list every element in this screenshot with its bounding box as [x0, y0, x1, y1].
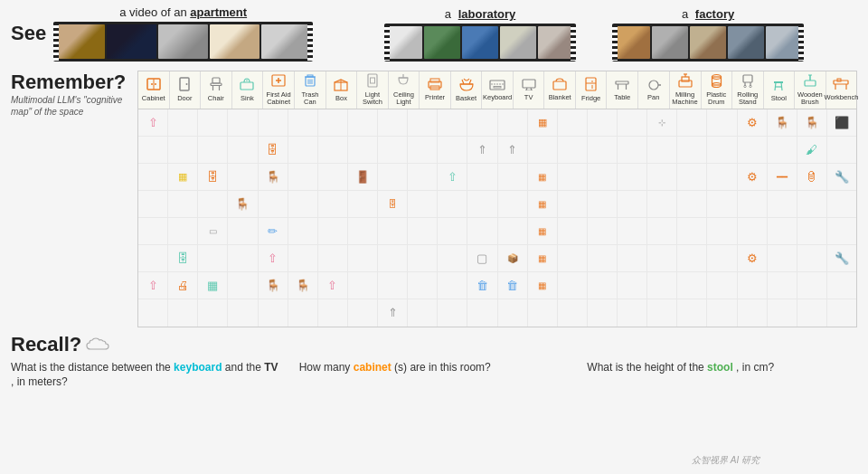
cat-milling: Milling Machine: [670, 71, 702, 109]
cell-3-21: ⚙: [738, 164, 768, 190]
apartment-thumb-2: [107, 24, 156, 59]
factory-thumb-1: [614, 26, 650, 59]
see-group: See a video of an apartment: [11, 5, 313, 62]
printer-label: Printer: [425, 94, 445, 101]
grid-row-4: 🪑 🗄 ▦: [138, 191, 856, 218]
cell-7-22: [768, 272, 797, 299]
grid-row-3: ▦ 🗄 🪑 🚪 ⇧ ▦: [138, 164, 856, 191]
see-label: See: [11, 22, 46, 45]
cell-6-20: [707, 245, 737, 271]
cell-2-15: [558, 137, 588, 163]
cat-chair: Chair: [201, 71, 232, 109]
cell-7-19: [677, 272, 707, 299]
cell-6-18: [647, 245, 677, 271]
cell-2-17: [618, 137, 647, 163]
cat-sink: Sink: [232, 71, 264, 109]
svg-rect-47: [616, 81, 628, 84]
recall-cloud-icon: [85, 337, 110, 353]
cell-8-10: [408, 299, 438, 327]
cell-3-17: [618, 164, 647, 190]
cell-2-21: [738, 137, 768, 163]
cell-5-7: [318, 218, 348, 244]
cell-1-14: ▦: [528, 109, 558, 136]
cell-4-13: [498, 191, 528, 217]
cat-lightswitch: Light Switch: [357, 71, 389, 109]
cell-2-24: [827, 137, 856, 163]
cell-5-2: [168, 218, 198, 244]
sink-label: Sink: [241, 95, 254, 102]
recall-q2: How many cabinet (s) are in this room?: [299, 360, 570, 391]
cell-7-8: [348, 272, 378, 299]
cell-7-6: 🪑: [288, 272, 318, 299]
cell-4-10: [408, 191, 438, 217]
remember-section: Remember? Multimodal LLM's "cognitive ma…: [0, 69, 868, 327]
cell-4-12: [467, 191, 497, 217]
chair-label: Chair: [208, 95, 224, 102]
cell-1-7: [318, 109, 348, 136]
cell-7-21: [738, 272, 768, 299]
rollingstand-label: Rolling Stand: [735, 91, 760, 107]
svg-rect-38: [523, 80, 535, 88]
cell-4-19: [677, 191, 707, 217]
remember-left: Remember? Multimodal LLM's "cognitive ma…: [11, 71, 137, 118]
svg-point-50: [649, 81, 658, 90]
lightswitch-label: Light Switch: [360, 91, 385, 107]
cell-3-8: 🚪: [348, 164, 378, 190]
cell-8-3: [198, 299, 228, 327]
cell-3-14: ▦: [528, 164, 558, 190]
cell-6-19: [677, 245, 707, 271]
svg-point-2: [151, 83, 153, 85]
cell-5-12: [467, 218, 497, 244]
cat-ceilinglight: Ceiling Light: [389, 71, 420, 109]
cell-6-2: 🗄: [168, 245, 198, 271]
cell-5-13: [498, 218, 528, 244]
svg-rect-42: [553, 81, 566, 90]
cell-2-19: [677, 137, 707, 163]
cell-6-11: [438, 245, 467, 271]
grid-row-6: 🗄 ⇧ ▢ 📦 ▦: [138, 245, 856, 272]
cell-8-9: ⇑: [378, 299, 408, 327]
cell-1-15: [558, 109, 588, 136]
cell-1-16: [588, 109, 618, 136]
cell-3-10: [408, 164, 438, 190]
cell-3-23: 🛢: [797, 164, 827, 190]
lab-thumb-2: [424, 26, 460, 59]
cell-3-4: [228, 164, 258, 190]
cell-5-9: [378, 218, 408, 244]
factory-thumb-3: [690, 26, 726, 59]
cell-5-15: [558, 218, 588, 244]
cell-5-4: [228, 218, 258, 244]
lightswitch-icon: [367, 73, 378, 90]
cabinet-label: Cabinet: [142, 95, 165, 102]
cell-4-4: 🪑: [228, 191, 258, 217]
pan-icon: [646, 78, 662, 93]
cell-6-17: [618, 245, 647, 271]
cell-4-7: [318, 191, 348, 217]
cell-4-24: [827, 191, 856, 217]
cell-1-3: [198, 109, 228, 136]
cell-4-11: [438, 191, 467, 217]
keyboard-icon: [489, 79, 505, 93]
cell-2-7: [318, 137, 348, 163]
cell-5-20: [707, 218, 737, 244]
rollingstand-icon: [741, 73, 754, 90]
cell-6-12: ▢: [467, 245, 497, 271]
cell-2-4: [228, 137, 258, 163]
cell-7-5: 🪑: [259, 272, 288, 299]
cell-1-13: [498, 109, 528, 136]
cell-5-23: [797, 218, 827, 244]
keyboard-label: Keyboard: [483, 94, 512, 101]
cell-5-16: [588, 218, 618, 244]
basket-label: Basket: [456, 95, 476, 102]
svg-rect-59: [743, 75, 752, 82]
cell-4-18: [647, 191, 677, 217]
grid-row-5: ▭ ✏ ▦: [138, 218, 856, 245]
cell-3-3: 🗄: [198, 164, 228, 190]
fridge-icon: [585, 77, 597, 94]
lab-thumb-1: [386, 26, 422, 59]
cell-2-14: [528, 137, 558, 163]
cell-7-16: [588, 272, 618, 299]
cell-1-24: ⬛: [827, 109, 856, 136]
cell-4-17: [618, 191, 647, 217]
cell-4-21: [738, 191, 768, 217]
